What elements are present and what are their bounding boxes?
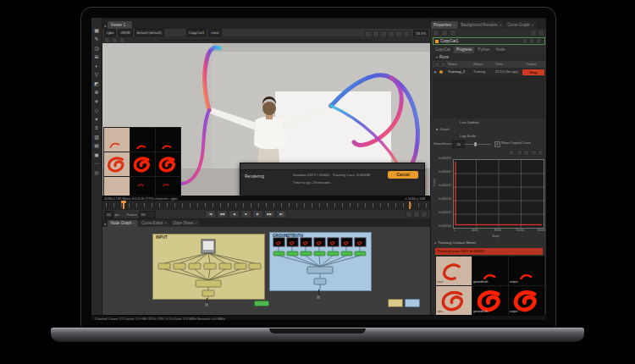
lock-range-icon[interactable] xyxy=(406,211,412,218)
image-icon[interactable]: ▦ xyxy=(92,27,102,35)
green-node[interactable] xyxy=(254,301,269,306)
tree-expander-icon[interactable]: ▾ xyxy=(436,55,438,59)
close-icon[interactable]: × xyxy=(453,21,456,29)
transform-icon[interactable]: ✛ xyxy=(92,98,102,106)
filter-icon[interactable]: ▽ xyxy=(92,71,102,79)
cancel-button[interactable]: Cancel xyxy=(388,171,418,179)
close-icon[interactable]: × xyxy=(195,220,197,227)
transport-button-2[interactable]: ◀ xyxy=(229,210,240,218)
playhead-flag[interactable] xyxy=(121,201,126,203)
backdrop-input[interactable]: INPUT xyxy=(152,234,265,300)
time-icon[interactable]: ◷ xyxy=(92,45,102,52)
color-icon[interactable]: ◐ xyxy=(92,63,102,70)
row-expander-icon[interactable]: ▶ xyxy=(434,70,437,74)
deep-icon[interactable]: ≡ xyxy=(92,124,102,132)
stereo-dropdown[interactable]: default (default) xyxy=(135,29,164,36)
center-node-icon[interactable] xyxy=(522,38,528,44)
help-icon[interactable] xyxy=(530,30,537,36)
blue-node[interactable] xyxy=(405,299,420,307)
fit-graph-icon[interactable] xyxy=(523,150,529,156)
roi-icon[interactable] xyxy=(119,37,125,43)
backdrop-groundtruth[interactable]: GROUNDTRUTH xyxy=(269,232,372,291)
tab-properties[interactable]: Properties× xyxy=(431,21,458,29)
show-original-checkbox[interactable]: ✓ xyxy=(494,141,500,147)
tab-background-renders[interactable]: Background Renders× xyxy=(459,21,505,29)
gear-icon[interactable] xyxy=(538,30,544,36)
zoom-out-icon[interactable] xyxy=(516,150,522,156)
gain-slider[interactable] xyxy=(161,40,373,41)
gamma-icon[interactable] xyxy=(112,37,118,43)
close-icon[interactable] xyxy=(536,38,542,44)
fullscreen-icon[interactable] xyxy=(421,211,428,218)
viewer-image[interactable]: Rendering Iteration 2472 / 20000 · Train… xyxy=(102,43,430,196)
views-icon[interactable]: ▥ xyxy=(92,134,102,141)
empty-properties-icon[interactable] xyxy=(433,30,439,36)
tab-dope-sheet[interactable]: Dope Sheet× xyxy=(170,220,200,227)
graph-radio[interactable]: ● Graph xyxy=(436,127,450,131)
merge-icon[interactable]: ⊕ xyxy=(92,89,102,97)
export-icon[interactable] xyxy=(545,150,547,156)
other-icon[interactable]: ⋯ xyxy=(92,160,102,168)
dialog-titlebar[interactable] xyxy=(240,163,424,170)
close-icon[interactable]: × xyxy=(532,21,534,29)
particles-icon[interactable]: ✴ xyxy=(92,116,102,124)
transport-button-6[interactable]: ▶| xyxy=(276,210,287,218)
channel-icon[interactable]: ⊞ xyxy=(92,53,102,61)
range-end-marker[interactable] xyxy=(409,201,411,209)
close-icon[interactable]: × xyxy=(500,21,502,29)
runs-tree-row[interactable]: ▾ Runs xyxy=(433,53,545,61)
pane-menu-icon[interactable]: ● xyxy=(104,222,106,226)
timeline[interactable] xyxy=(102,201,430,210)
input-a-dropdown[interactable]: CopyCat1 xyxy=(186,29,207,36)
node-color-swatch[interactable] xyxy=(435,40,439,43)
subtab-node[interactable]: Node xyxy=(494,47,508,53)
pane-menu-icon[interactable]: ● xyxy=(104,24,106,28)
draw-icon[interactable]: ✎ xyxy=(92,36,102,43)
stop-training-button[interactable]: Stop xyxy=(522,69,544,75)
smoothness-value[interactable]: 20 xyxy=(452,141,465,148)
loss-graph-plot[interactable] xyxy=(453,159,544,229)
display-dropdown[interactable]: sRGB xyxy=(118,29,132,36)
tab-curve-graph[interactable]: Curve Graph× xyxy=(505,21,536,29)
close-icon[interactable]: × xyxy=(127,21,130,29)
zoom-in-icon[interactable] xyxy=(509,150,515,156)
keyer-icon[interactable]: ◩ xyxy=(92,80,102,88)
3d-icon[interactable]: ◇ xyxy=(92,107,102,114)
subtab-copycat[interactable]: CopyCat xyxy=(433,47,453,53)
contact-sheet-header[interactable]: ● Training Contact Sheet xyxy=(434,240,476,245)
smoothness-slider-thumb[interactable] xyxy=(474,142,477,146)
toolsets-icon[interactable]: ▣ xyxy=(92,152,102,159)
pan-icon[interactable] xyxy=(531,150,537,156)
pin-icon[interactable] xyxy=(441,30,448,36)
snapshot-icon[interactable] xyxy=(538,150,544,156)
fps-field[interactable]: 24 xyxy=(104,211,113,218)
close-icon[interactable]: × xyxy=(165,220,168,227)
smoothness-slider[interactable] xyxy=(464,144,491,145)
lock-icon[interactable] xyxy=(450,30,456,36)
transport-button-4[interactable]: ▶ xyxy=(252,210,263,218)
loop-icon[interactable] xyxy=(413,211,420,218)
tan-node[interactable] xyxy=(388,299,403,307)
viewer-contact-sheet-overlay[interactable] xyxy=(103,127,180,200)
float-panel-icon[interactable] xyxy=(529,38,535,44)
close-icon[interactable]: × xyxy=(133,220,135,227)
frame-field[interactable]: 96 xyxy=(139,211,156,218)
subtab-python[interactable]: Python xyxy=(475,47,492,53)
timeline-ruler[interactable] xyxy=(106,203,427,207)
dot-node[interactable] xyxy=(317,295,320,299)
tab-viewer1[interactable]: Viewer 1 × xyxy=(108,21,131,29)
transport-button-0[interactable]: |◀ xyxy=(205,210,216,218)
transport-button-1[interactable]: ◀◀ xyxy=(217,210,228,218)
metadata-icon[interactable]: ▤ xyxy=(92,142,102,150)
tab-node-graph[interactable]: Node Graph× xyxy=(108,220,138,227)
transport-button-5[interactable]: ▶▶ xyxy=(264,210,275,218)
gain-icon[interactable] xyxy=(104,37,110,43)
transport-button-3[interactable]: ■ xyxy=(240,210,251,218)
training-contact-sheet[interactable]: input groundtruth output rgba groundtrut… xyxy=(435,256,544,315)
subtab-progress[interactable]: Progress xyxy=(454,47,474,53)
dot-node[interactable] xyxy=(205,303,208,306)
layer-dropdown[interactable]: rgba xyxy=(104,29,116,36)
plugins-icon[interactable]: ◎ xyxy=(92,169,102,177)
tab-curve-editor[interactable]: Curve Editor× xyxy=(139,220,169,227)
input-b-dropdown[interactable]: none xyxy=(208,29,221,36)
